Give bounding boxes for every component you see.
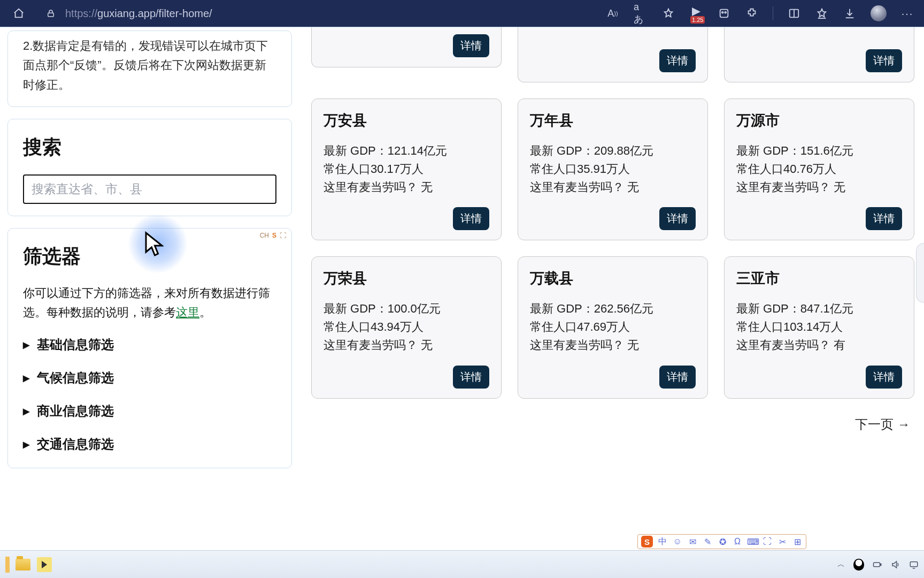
result-card: 万源市最新 GDP：151.6亿元常住人口40.76万人这里有麦当劳吗？ 无详情 (724, 98, 914, 240)
card-population: 常住人口40.76万人 (736, 160, 902, 178)
card-gdp: 最新 GDP：121.14亿元 (324, 142, 489, 160)
partial-row: 详情 详情 详情 (311, 27, 914, 82)
svg-rect-8 (880, 564, 881, 566)
read-aloud-icon[interactable]: A)) (606, 6, 620, 20)
network-icon[interactable] (909, 560, 919, 569)
home-icon[interactable] (11, 5, 27, 21)
svg-point-3 (725, 12, 726, 13)
card-mcdonalds: 这里有麦当劳吗？ 无 (324, 178, 489, 196)
search-panel: 搜索 (7, 119, 292, 216)
profile-avatar[interactable] (871, 5, 887, 21)
filter-group-label[interactable]: 基础信息筛选 (23, 336, 276, 353)
tray-chevron-up-icon[interactable]: ︿ (837, 560, 845, 569)
detail-button[interactable]: 详情 (453, 207, 489, 230)
filter-group-label[interactable]: 商业信息筛选 (23, 402, 276, 420)
extensions-icon[interactable] (745, 6, 759, 20)
taskbar-start-sliver[interactable] (5, 557, 10, 573)
ime-toolbar-item[interactable]: ✂ (777, 537, 788, 547)
ime-logo-icon[interactable]: S (641, 536, 653, 547)
downloads-icon[interactable] (843, 6, 857, 20)
zoom-indicator[interactable]: 1.25 (689, 6, 703, 20)
separator (773, 6, 773, 20)
svg-rect-0 (48, 13, 54, 17)
card-population: 常住人口47.69万人 (530, 318, 696, 336)
result-card: 万年县最新 GDP：209.88亿元常住人口35.91万人这里有麦当劳吗？ 无详… (518, 98, 708, 240)
ime-toolbar-item[interactable]: ✪ (717, 537, 728, 547)
card-title: 万载县 (530, 269, 696, 288)
result-card: 万载县最新 GDP：262.56亿元常住人口47.69万人这里有麦当劳吗？ 无详… (518, 256, 708, 398)
ime-toolbar[interactable]: S 中☺✉✎✪Ω⌨⛶✂⊞ (637, 534, 806, 549)
search-heading: 搜索 (23, 134, 276, 161)
results-grid: 万安县最新 GDP：121.14亿元常住人口30.17万人这里有麦当劳吗？ 无详… (311, 98, 914, 399)
card-mcdonalds: 这里有麦当劳吗？ 无 (324, 336, 489, 354)
notice-panel: 2.数据肯定是有错的，发现错误可以在城市页下面点那个“反馈”。反馈后将在下次网站… (7, 31, 292, 107)
detail-button[interactable]: 详情 (659, 366, 696, 389)
result-card: 万荣县最新 GDP：100.0亿元常住人口43.94万人这里有麦当劳吗？ 无详情 (311, 256, 502, 398)
detail-button[interactable]: 详情 (866, 49, 902, 72)
media-player-icon[interactable] (36, 557, 52, 573)
card-mcdonalds: 这里有麦当劳吗？ 无 (530, 178, 696, 196)
detail-button[interactable]: 详情 (453, 366, 489, 389)
ime-toolbar-item[interactable]: ☺ (672, 537, 683, 546)
detail-button[interactable]: 详情 (866, 207, 902, 230)
card-title: 三亚市 (736, 269, 902, 288)
card-population: 常住人口35.91万人 (530, 160, 696, 178)
ime-toolbar-item[interactable]: ⌨ (747, 537, 758, 547)
ime-toolbar-item[interactable]: ⛶ (762, 537, 773, 546)
url-text[interactable]: https://guxiang.app/filter-home/ (65, 7, 212, 20)
battery-icon[interactable] (873, 560, 882, 569)
result-card: 万安县最新 GDP：121.14亿元常住人口30.17万人这里有麦当劳吗？ 无详… (311, 98, 502, 240)
card-gdp: 最新 GDP：262.56亿元 (530, 300, 696, 318)
filter-group-business[interactable]: 商业信息筛选 (23, 402, 276, 420)
card-population: 常住人口30.17万人 (324, 160, 489, 178)
taskbar: ︿ (0, 550, 924, 578)
favorites-bar-icon[interactable] (815, 6, 829, 20)
detail-button[interactable]: 详情 (659, 207, 696, 230)
ime-toolbar-item[interactable]: ✎ (702, 537, 713, 547)
card-title: 万安县 (324, 111, 489, 130)
detail-button[interactable]: 详情 (866, 366, 902, 389)
volume-icon[interactable] (891, 560, 900, 569)
card-mcdonalds: 这里有麦当劳吗？ 无 (736, 178, 902, 196)
more-menu-icon[interactable]: ··· (900, 6, 914, 20)
filter-group-basic[interactable]: 基础信息筛选 (23, 336, 276, 353)
translate-icon[interactable]: aあ (634, 6, 648, 20)
screenshot-icon[interactable] (717, 6, 731, 20)
ime-toolbar-item[interactable]: ⊞ (792, 537, 803, 547)
ime-toolbar-item[interactable]: Ω (732, 537, 743, 546)
edge-side-tab[interactable] (916, 243, 924, 303)
detail-button[interactable]: 详情 (659, 49, 696, 72)
filter-heading: 筛选器 (23, 244, 276, 270)
ime-toolbar-item[interactable]: ✉ (687, 537, 698, 547)
filter-group-transport[interactable]: 交通信息筛选 (23, 436, 276, 453)
svg-rect-9 (910, 562, 918, 567)
filter-group-label[interactable]: 交通信息筛选 (23, 436, 276, 453)
lock-icon[interactable] (43, 5, 59, 21)
result-card-partial: 详情 (311, 27, 502, 67)
filter-desc-link[interactable]: 这里 (176, 306, 199, 319)
card-population: 常住人口103.14万人 (736, 318, 902, 336)
ime-toolbar-item[interactable]: 中 (657, 536, 668, 547)
url-path: guxiang.app/filter-home/ (97, 7, 212, 19)
detail-button[interactable]: 详情 (453, 34, 489, 57)
split-screen-icon[interactable] (787, 6, 801, 20)
svg-rect-7 (874, 562, 880, 567)
notice-text: 2.数据肯定是有错的，发现错误可以在城市页下面点那个“反馈”。反馈后将在下次网站… (23, 36, 276, 95)
result-card-partial: 详情 (724, 27, 914, 82)
qq-icon[interactable] (853, 559, 864, 571)
file-explorer-icon[interactable] (15, 557, 31, 573)
sidebar: 2.数据肯定是有错的，发现错误可以在城市页下面点那个“反馈”。反馈后将在下次网站… (0, 27, 299, 550)
system-tray[interactable]: ︿ (837, 559, 919, 571)
card-gdp: 最新 GDP：151.6亿元 (736, 142, 902, 160)
search-input[interactable] (23, 174, 276, 204)
filter-description: 你可以通过下方的筛选器，来对所有数据进行筛选。每种数据的说明，请参考这里。 (23, 284, 276, 323)
result-card-partial: 详情 (518, 27, 708, 82)
favorite-star-icon[interactable] (661, 6, 675, 20)
results-area: 详情 详情 详情 万安县最新 GDP：121.14亿元常住人口30.17万人这里… (299, 27, 924, 550)
browser-address-bar: https://guxiang.app/filter-home/ A)) aあ … (0, 0, 924, 27)
filter-group-climate[interactable]: 气候信息筛选 (23, 369, 276, 386)
ime-hint: CHS⛶ (260, 232, 286, 239)
url-protocol: https:// (65, 7, 97, 19)
filter-group-label[interactable]: 气候信息筛选 (23, 369, 276, 386)
next-page-link[interactable]: 下一页 → (311, 416, 914, 433)
